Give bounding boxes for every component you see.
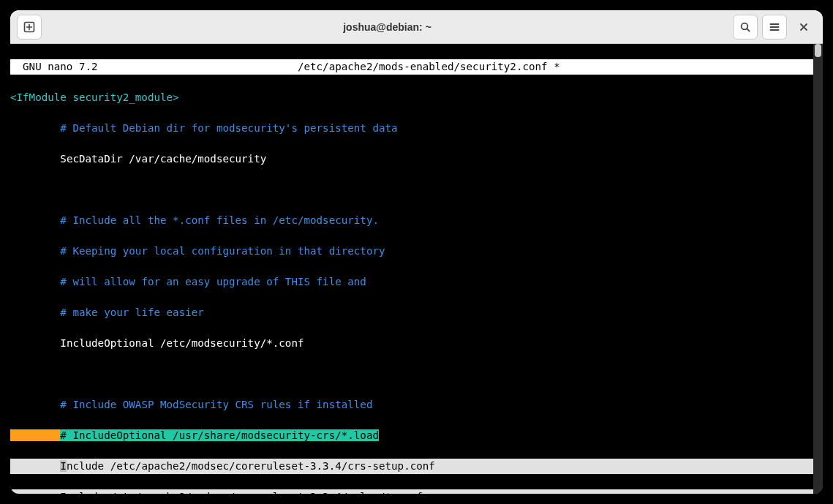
code-line: # Keeping your local configuration in th… <box>10 244 813 259</box>
text-cursor: I <box>60 460 67 472</box>
code-line: # will allow for an easy upgrade of THIS… <box>10 274 813 290</box>
nano-shortcuts: ^GHelp ^OWrite Out ^WWhere Is ^KCut ^TEx… <box>10 474 813 494</box>
code-line: # Default Debian dir for modsecurity's p… <box>10 121 813 136</box>
close-button[interactable] <box>791 15 816 40</box>
code-line-selected: Include /etc/apache2/modsec/coreruleset-… <box>10 459 813 474</box>
code-line <box>10 366 813 382</box>
window-title: joshua@debian: ~ <box>44 21 731 33</box>
search-icon <box>739 21 751 33</box>
search-button[interactable] <box>733 15 758 40</box>
nano-header: GNU nano 7.2 /etc/apache2/mods-enabled/s… <box>10 59 813 75</box>
hamburger-icon <box>769 21 780 33</box>
terminal-area: GNU nano 7.2 /etc/apache2/mods-enabled/s… <box>10 44 823 494</box>
code-line: <IfModule security2_module> <box>10 90 813 105</box>
new-tab-button[interactable] <box>17 15 42 40</box>
scrollbar[interactable] <box>813 44 823 494</box>
close-icon <box>798 21 810 33</box>
code-line <box>10 182 813 198</box>
code-line-highlighted: # IncludeOptional /usr/share/modsecurity… <box>10 428 813 443</box>
code-line: IncludeOptional /etc/modsecurity/*.conf <box>10 336 813 351</box>
code-line: SecDataDir /var/cache/modsecurity <box>10 151 813 167</box>
code-line: # Include OWASP ModSecurity CRS rules if… <box>10 397 813 413</box>
titlebar: joshua@debian: ~ <box>10 10 823 44</box>
terminal-content[interactable]: GNU nano 7.2 /etc/apache2/mods-enabled/s… <box>10 44 813 494</box>
plus-box-icon <box>23 21 35 33</box>
code-line: # make your life easier <box>10 305 813 320</box>
scrollbar-thumb[interactable] <box>815 44 821 57</box>
terminal-window: joshua@debian: ~ GNU nano 7.2 /etc/apach… <box>10 10 823 494</box>
code-line: # Include all the *.conf files in /etc/m… <box>10 213 813 228</box>
menu-button[interactable] <box>762 15 787 40</box>
